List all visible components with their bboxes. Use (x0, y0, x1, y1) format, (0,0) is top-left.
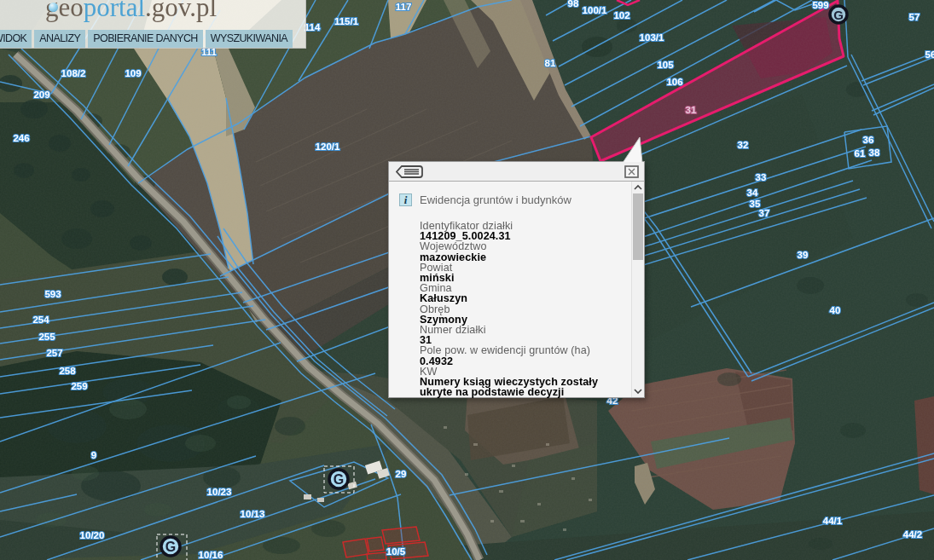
svg-text:39: 39 (798, 250, 809, 260)
svg-text:81: 81 (545, 58, 556, 68)
svg-text:593: 593 (44, 289, 61, 299)
svg-text:10/20: 10/20 (80, 530, 105, 540)
svg-text:103/1: 103/1 (640, 32, 664, 43)
svg-text:10/13: 10/13 (241, 509, 265, 519)
svg-text:38: 38 (869, 147, 880, 158)
svg-text:44/1: 44/1 (823, 516, 843, 526)
svg-text:31: 31 (686, 105, 697, 115)
svg-text:98: 98 (568, 0, 579, 9)
svg-text:44/2: 44/2 (903, 529, 922, 540)
svg-text:34: 34 (747, 188, 758, 198)
svg-text:257: 257 (46, 348, 62, 358)
svg-text:109: 109 (125, 68, 141, 78)
svg-text:10/23: 10/23 (207, 487, 232, 497)
svg-text:10/5: 10/5 (386, 546, 406, 557)
svg-text:105: 105 (657, 60, 674, 70)
svg-text:32: 32 (738, 140, 749, 150)
svg-text:10/16: 10/16 (199, 550, 223, 560)
svg-text:255: 255 (38, 332, 55, 342)
svg-text:9: 9 (91, 450, 96, 460)
svg-text:599: 599 (812, 0, 828, 10)
svg-text:115/1: 115/1 (334, 16, 359, 26)
svg-text:117: 117 (396, 2, 412, 12)
svg-text:29: 29 (396, 469, 407, 479)
svg-text:56: 56 (925, 49, 934, 60)
svg-text:246: 246 (13, 133, 29, 143)
svg-text:G: G (334, 472, 344, 487)
svg-text:209: 209 (33, 89, 49, 100)
svg-text:36: 36 (863, 135, 874, 145)
svg-text:254: 254 (32, 315, 49, 325)
svg-text:G: G (165, 540, 176, 554)
svg-text:259: 259 (71, 381, 87, 391)
svg-text:102: 102 (613, 10, 629, 20)
svg-text:37: 37 (759, 208, 770, 218)
svg-text:120/1: 120/1 (316, 141, 340, 152)
svg-text:40: 40 (830, 305, 841, 315)
svg-text:100/1: 100/1 (583, 5, 607, 15)
svg-text:106: 106 (666, 77, 682, 87)
svg-text:61: 61 (855, 148, 866, 159)
svg-text:108/2: 108/2 (61, 68, 86, 78)
svg-text:33: 33 (756, 172, 767, 182)
svg-text:114: 114 (305, 22, 321, 32)
svg-text:G: G (833, 8, 844, 22)
svg-text:57: 57 (909, 12, 920, 22)
svg-text:258: 258 (59, 366, 76, 376)
